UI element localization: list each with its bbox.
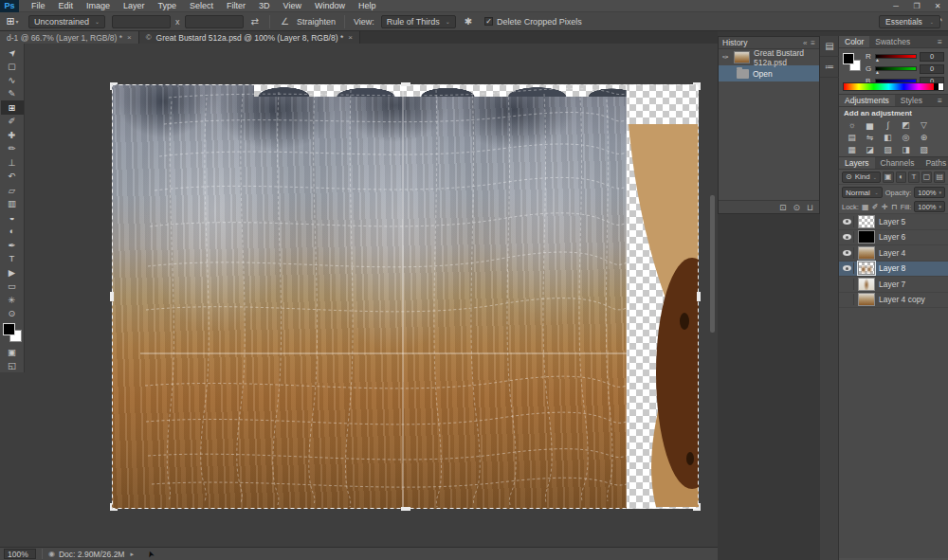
red-slider[interactable]: ▲ — [875, 54, 917, 59]
delete-cropped-pixels-option[interactable]: ✓ Delete Cropped Pixels — [484, 17, 582, 27]
lock-position-icon[interactable]: ✛ — [882, 203, 888, 211]
rectangular-marquee-tool[interactable]: ▢ — [1, 60, 24, 74]
quick-mask-button[interactable]: ▣ — [1, 345, 24, 359]
crop-height-input[interactable] — [185, 15, 244, 28]
crop-handle-right[interactable] — [697, 292, 701, 301]
levels-icon[interactable]: ▅ — [861, 118, 879, 131]
lock-image-icon[interactable]: ✐ — [872, 203, 879, 211]
visibility-toggle[interactable] — [841, 279, 854, 290]
dock-panel-icon-1[interactable]: ▤ — [820, 36, 839, 57]
visibility-toggle[interactable] — [841, 262, 854, 274]
document-image[interactable] — [112, 84, 699, 509]
menu-layer[interactable]: Layer — [117, 0, 152, 12]
zoom-level-field[interactable]: 100% — [4, 549, 36, 559]
gradient-tool[interactable]: ▥ — [1, 197, 24, 211]
visibility-toggle[interactable] — [841, 216, 854, 227]
color-spectrum-ramp[interactable] — [843, 82, 944, 91]
menu-window[interactable]: Window — [308, 0, 352, 12]
rectangle-tool[interactable]: ▭ — [1, 280, 24, 294]
menu-view[interactable]: View — [277, 0, 308, 12]
threshold-icon[interactable]: ◨ — [897, 143, 915, 155]
filter-smart-objects-icon[interactable]: ▤ — [934, 172, 945, 183]
layer-thumbnail[interactable] — [858, 246, 875, 260]
tab-layers[interactable]: Layers — [839, 157, 875, 169]
screen-mode-button[interactable]: ◱ — [1, 359, 24, 373]
dock-panel-icon-2[interactable]: ≔ — [820, 57, 839, 78]
opacity-field[interactable]: 100% ▾ — [914, 187, 945, 198]
menu-3d[interactable]: 3D — [252, 0, 277, 12]
menu-image[interactable]: Image — [80, 0, 117, 12]
black-white-chips[interactable] — [934, 83, 943, 90]
visibility-toggle[interactable] — [841, 231, 854, 243]
menu-filter[interactable]: Filter — [220, 0, 252, 12]
hand-tool[interactable]: ✳ — [1, 293, 24, 307]
red-value-field[interactable]: 0 — [920, 52, 944, 62]
dodge-tool[interactable]: ◐ — [1, 225, 24, 239]
layer-thumbnail[interactable] — [858, 262, 875, 275]
crop-width-input[interactable] — [112, 15, 171, 28]
document-tab-inactive[interactable]: d-1 @ 66.7% (Layer 1, RGB/8) * × — [0, 31, 139, 44]
tab-swatches[interactable]: Swatches — [869, 36, 916, 47]
history-brush-source-icon[interactable]: ✑ — [721, 53, 730, 62]
crop-handle-top-right[interactable] — [693, 82, 701, 90]
color-balance-icon[interactable]: ⇋ — [861, 131, 879, 143]
layer-name[interactable]: Layer 6 — [879, 232, 905, 242]
tab-channels[interactable]: Channels — [875, 157, 921, 169]
document-tab-active[interactable]: © Great Bustard 512a.psd @ 100% (Layer 8… — [139, 31, 360, 44]
tab-styles[interactable]: Styles — [895, 95, 928, 106]
layer-name[interactable]: Layer 7 — [879, 280, 905, 289]
status-popup-arrow-icon[interactable]: ▸ — [130, 551, 134, 558]
slider-marker-icon[interactable]: ▲ — [875, 69, 880, 75]
eraser-tool[interactable]: ▱ — [1, 183, 24, 197]
zoom-tool[interactable]: ⊙ — [1, 307, 24, 321]
tab-close-icon[interactable]: × — [127, 33, 132, 42]
history-state-row-open[interactable]: Open — [719, 65, 819, 81]
history-snapshot-row[interactable]: ✑ Great Bustard 512a.psd — [719, 49, 819, 65]
straighten-icon[interactable]: ∠ — [281, 16, 289, 27]
tab-close-icon[interactable]: × — [348, 33, 353, 42]
layer-row-layer7[interactable]: Layer 7 — [839, 277, 948, 293]
quick-selection-tool[interactable]: ✎ — [1, 87, 24, 101]
move-tool[interactable]: ➤ — [1, 45, 24, 60]
crop-tool[interactable]: ⊞ — [1, 100, 24, 115]
close-button[interactable]: ✕ — [927, 0, 948, 11]
foreground-color-swatch[interactable] — [3, 323, 15, 335]
channel-mixer-icon[interactable]: ⊛ — [915, 131, 933, 143]
exposure-icon[interactable]: ◩ — [897, 118, 915, 131]
spot-healing-brush-tool[interactable]: ✚ — [1, 128, 24, 142]
slider-marker-icon[interactable]: ▲ — [875, 57, 880, 63]
crop-options-gear-icon[interactable]: ✱ — [465, 16, 472, 27]
layer-name[interactable]: Layer 4 copy — [879, 295, 925, 304]
straighten-button[interactable]: Straighten — [297, 17, 336, 27]
swap-dimensions-icon[interactable]: ⇄ — [251, 16, 259, 27]
crop-handle-left[interactable] — [110, 292, 114, 301]
collapse-panel-icon[interactable]: « — [803, 39, 807, 47]
type-tool[interactable]: T — [1, 252, 24, 266]
filter-type-layers-icon[interactable]: T — [908, 172, 920, 183]
layer-name[interactable]: Layer 8 — [879, 263, 905, 273]
pen-tool[interactable]: ✒ — [1, 238, 24, 252]
menu-type[interactable]: Type — [152, 0, 184, 12]
rainbow-ramp[interactable] — [844, 83, 934, 90]
path-selection-tool[interactable]: ▶ — [1, 265, 24, 280]
visibility-toggle[interactable] — [841, 247, 854, 259]
crop-handle-bottom[interactable] — [401, 507, 410, 511]
crop-ratio-dropdown[interactable]: Unconstrained ⌄ — [28, 15, 105, 28]
green-value-field[interactable]: 0 — [920, 64, 944, 74]
layer-name[interactable]: Layer 5 — [879, 217, 905, 226]
menu-file[interactable]: File — [25, 0, 52, 12]
layer-thumbnail[interactable] — [858, 278, 875, 291]
layer-row-layer4-copy[interactable]: Layer 4 copy — [839, 293, 948, 309]
filter-shape-layers-icon[interactable]: ▢ — [921, 172, 933, 183]
posterize-icon[interactable]: ▨ — [879, 143, 897, 155]
filter-adjustment-layers-icon[interactable]: ◐ — [896, 172, 907, 183]
tab-paths[interactable]: Paths — [920, 157, 948, 169]
hue-saturation-icon[interactable]: ▤ — [843, 131, 861, 143]
green-slider[interactable]: ▲ — [875, 66, 917, 71]
layer-row-layer4[interactable]: Layer 4 — [839, 245, 948, 262]
lock-transparency-icon[interactable]: ▦ — [862, 203, 869, 211]
crop-handle-top[interactable] — [401, 82, 410, 86]
menu-edit[interactable]: Edit — [52, 0, 81, 12]
layer-row-layer6[interactable]: Layer 6 — [839, 230, 948, 246]
layer-thumbnail[interactable] — [858, 215, 875, 228]
